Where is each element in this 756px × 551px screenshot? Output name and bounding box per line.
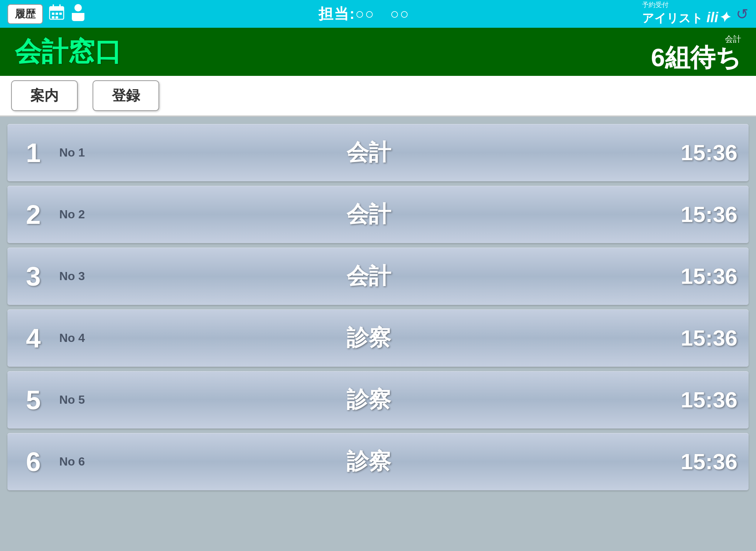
list-row[interactable]: 5 No 5 診察 15:36 xyxy=(7,371,749,429)
title-right: 会計 6組待ち xyxy=(651,34,741,70)
svg-rect-7 xyxy=(52,16,54,19)
row-status-3: 会計 xyxy=(111,261,626,291)
history-button[interactable]: 履歴 xyxy=(7,4,43,24)
annai-button[interactable]: 案内 xyxy=(11,80,78,111)
row-no-5: No 5 xyxy=(59,393,111,407)
svg-rect-11 xyxy=(72,13,84,15)
row-status-6: 診察 xyxy=(111,447,626,477)
list-row[interactable]: 6 No 6 診察 15:36 xyxy=(7,433,749,490)
toolbar: 案内 登録 xyxy=(0,76,756,117)
list-row[interactable]: 1 No 1 会計 15:36 xyxy=(7,124,749,181)
tantou-label: 担当:○○ ○○ xyxy=(318,4,409,24)
waiting-count: 6組待ち xyxy=(651,45,741,70)
row-no-1: No 1 xyxy=(59,146,111,159)
list-row[interactable]: 3 No 3 会計 15:36 xyxy=(7,248,749,305)
row-status-5: 診察 xyxy=(111,385,626,415)
calendar-icon[interactable] xyxy=(49,4,64,23)
yoyaku-brand: アイリスト ili✦ xyxy=(642,9,730,27)
page-title: 会計窓口 xyxy=(15,34,121,70)
header: 履歴 担当:○○ ○○ xyxy=(0,0,756,28)
row-index-3: 3 xyxy=(19,261,48,292)
row-status-4: 診察 xyxy=(111,323,626,353)
yoyaku-line1: 予約受付 xyxy=(642,1,730,9)
row-time-3: 15:36 xyxy=(626,263,737,289)
yoyaku-text-block: 予約受付 アイリスト ili✦ xyxy=(642,1,730,27)
svg-rect-6 xyxy=(59,13,62,15)
svg-rect-4 xyxy=(52,13,54,15)
row-status-2: 会計 xyxy=(111,199,626,229)
row-index-6: 6 xyxy=(19,447,48,477)
row-time-2: 15:36 xyxy=(626,202,737,227)
row-status-1: 会計 xyxy=(111,138,626,168)
row-time-5: 15:36 xyxy=(626,387,737,413)
refresh-button[interactable]: ↺ xyxy=(736,6,749,23)
row-time-4: 15:36 xyxy=(626,325,737,351)
row-no-6: No 6 xyxy=(59,455,111,468)
row-index-4: 4 xyxy=(19,323,48,353)
header-left: 履歴 xyxy=(7,3,86,24)
svg-rect-1 xyxy=(50,7,64,11)
row-index-1: 1 xyxy=(19,138,48,168)
svg-rect-5 xyxy=(56,13,58,15)
list-area: 1 No 1 会計 15:36 2 No 2 会計 15:36 3 No 3 会… xyxy=(0,117,756,551)
row-index-5: 5 xyxy=(19,385,48,415)
svg-point-9 xyxy=(74,4,82,11)
row-time-1: 15:36 xyxy=(626,140,737,165)
list-row[interactable]: 4 No 4 診察 15:36 xyxy=(7,309,749,367)
header-right: 予約受付 アイリスト ili✦ ↺ xyxy=(642,1,749,27)
title-bar: 会計窓口 会計 6組待ち xyxy=(0,28,756,76)
row-no-2: No 2 xyxy=(59,208,111,221)
row-index-2: 2 xyxy=(19,199,48,230)
ili-text: ili✦ xyxy=(706,10,730,25)
yoyaku-logo: 予約受付 アイリスト ili✦ xyxy=(642,1,730,27)
row-no-3: No 3 xyxy=(59,269,111,283)
toroku-button[interactable]: 登録 xyxy=(93,80,159,111)
svg-rect-8 xyxy=(56,16,58,19)
row-time-6: 15:36 xyxy=(626,449,737,474)
list-row[interactable]: 2 No 2 会計 15:36 xyxy=(7,186,749,243)
header-center: 担当:○○ ○○ xyxy=(93,4,635,24)
person-icon[interactable] xyxy=(70,3,86,24)
row-no-4: No 4 xyxy=(59,331,111,345)
